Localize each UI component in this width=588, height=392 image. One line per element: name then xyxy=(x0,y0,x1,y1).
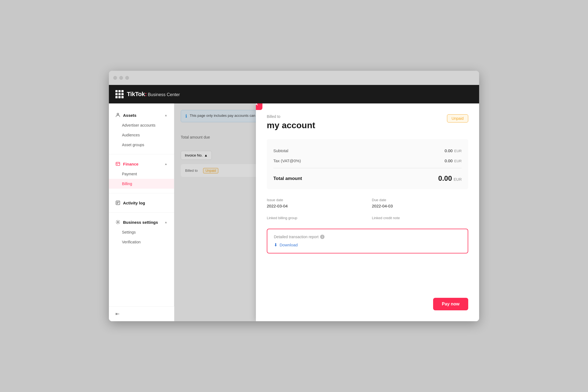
finance-chevron: ▲ xyxy=(164,162,167,166)
sidebar-header-activity[interactable]: Activity log xyxy=(109,198,174,208)
activity-icon xyxy=(115,200,120,205)
total-amount-line: Total amount 0.00 EUR xyxy=(273,170,462,183)
sidebar-item-audiences[interactable]: Audiences xyxy=(109,130,174,140)
finance-icon xyxy=(115,161,120,166)
sidebar-section-assets: Assets ▲ Advertiser accounts Audiences A… xyxy=(109,108,174,152)
logo-text: TikTok: Business Center xyxy=(127,91,180,98)
topbar: TikTok: Business Center xyxy=(109,85,479,103)
issue-date-group: Issue date 2022-03-04 xyxy=(267,198,363,208)
assets-chevron: ▲ xyxy=(164,114,167,117)
dates-row: Issue date 2022-03-04 Due date 2022-04-0… xyxy=(267,198,468,208)
download-icon: ⬇ xyxy=(274,242,277,247)
due-date-value: 2022-04-03 xyxy=(372,204,468,208)
download-link[interactable]: ⬇ Download xyxy=(274,242,461,247)
sidebar-header-finance[interactable]: Finance ▲ xyxy=(109,159,174,169)
sidebar-header-assets[interactable]: Assets ▲ xyxy=(109,110,174,120)
invoice-detail-panel: × Unpaid Billed to my account Subtotal xyxy=(256,103,479,321)
linked-billing-group: Linked billing group xyxy=(267,216,363,220)
modal-overlay: × Unpaid Billed to my account Subtotal xyxy=(174,103,479,321)
svg-rect-1 xyxy=(116,162,120,166)
sidebar-item-asset-groups[interactable]: Asset groups xyxy=(109,140,174,150)
transaction-title: Detailed transaction report i xyxy=(274,235,461,239)
titlebar xyxy=(109,71,479,85)
app-window: TikTok: Business Center xyxy=(109,71,479,321)
settings-icon xyxy=(115,220,120,225)
divider-2 xyxy=(109,193,174,193)
main-panel: ℹ This page only includes pay accounts c… xyxy=(174,103,479,321)
grid-icon[interactable] xyxy=(115,90,124,98)
traffic-light-close[interactable] xyxy=(113,76,117,80)
tax-line: Tax (VAT@0%) 0.00 EUR xyxy=(273,156,462,166)
billed-to-label: Billed to xyxy=(267,114,468,119)
app-body: TikTok: Business Center xyxy=(109,85,479,321)
sidebar-item-verification[interactable]: Verification xyxy=(109,237,174,247)
sidebar-section-activity: Activity log xyxy=(109,195,174,210)
svg-point-4 xyxy=(117,222,119,223)
assets-icon xyxy=(115,113,120,118)
issue-date-value: 2022-03-04 xyxy=(267,204,363,208)
due-date-group: Due date 2022-04-03 xyxy=(372,198,468,208)
invoice-details-box: Subtotal 0.00 EUR Tax (VAT@0%) 0.00 xyxy=(267,139,468,189)
brand-logo: TikTok: Business Center xyxy=(115,90,180,98)
subtotal-currency: EUR xyxy=(454,149,462,153)
sidebar-header-business-settings[interactable]: Business settings ▲ xyxy=(109,217,174,227)
sidebar-item-settings[interactable]: Settings xyxy=(109,227,174,237)
sidebar: Assets ▲ Advertiser accounts Audiences A… xyxy=(109,103,174,321)
transaction-report-box: Detailed transaction report i ⬇ Download xyxy=(267,229,468,253)
collapse-icon[interactable]: ⇤ xyxy=(115,311,120,317)
divider-1 xyxy=(109,154,174,154)
total-currency: EUR xyxy=(454,177,462,182)
sidebar-item-billing[interactable]: Billing xyxy=(109,179,174,189)
subtotal-amount: 0.00 xyxy=(445,148,452,153)
traffic-light-maximize[interactable] xyxy=(125,76,129,80)
svg-rect-2 xyxy=(117,164,118,165)
total-amount: 0.00 xyxy=(438,174,452,183)
billing-row: Linked billing group Linked credit note xyxy=(267,216,468,220)
account-name: my account xyxy=(267,120,468,130)
subtotal-line: Subtotal 0.00 EUR xyxy=(273,146,462,156)
sidebar-item-advertiser-accounts[interactable]: Advertiser accounts xyxy=(109,120,174,130)
pay-now-button[interactable]: Pay now xyxy=(433,298,468,310)
unpaid-tag: Unpaid xyxy=(447,114,468,122)
linked-credit-note: Linked credit note xyxy=(372,216,468,220)
sidebar-section-finance: Finance ▲ Payment Billing xyxy=(109,157,174,191)
invoice-divider xyxy=(273,168,462,168)
tax-amount: 0.00 xyxy=(445,158,452,163)
tax-currency: EUR xyxy=(454,159,462,163)
traffic-light-minimize[interactable] xyxy=(119,76,123,80)
sidebar-bottom: ⇤ xyxy=(109,306,174,321)
content-area: Assets ▲ Advertiser accounts Audiences A… xyxy=(109,103,479,321)
sidebar-section-business: Business settings ▲ Settings Verificatio… xyxy=(109,215,174,249)
svg-point-0 xyxy=(117,113,119,115)
divider-3 xyxy=(109,212,174,213)
business-chevron: ▲ xyxy=(164,220,167,224)
close-button[interactable]: × xyxy=(256,103,262,110)
sidebar-item-payment[interactable]: Payment xyxy=(109,169,174,179)
info-dot-icon: i xyxy=(320,235,324,239)
